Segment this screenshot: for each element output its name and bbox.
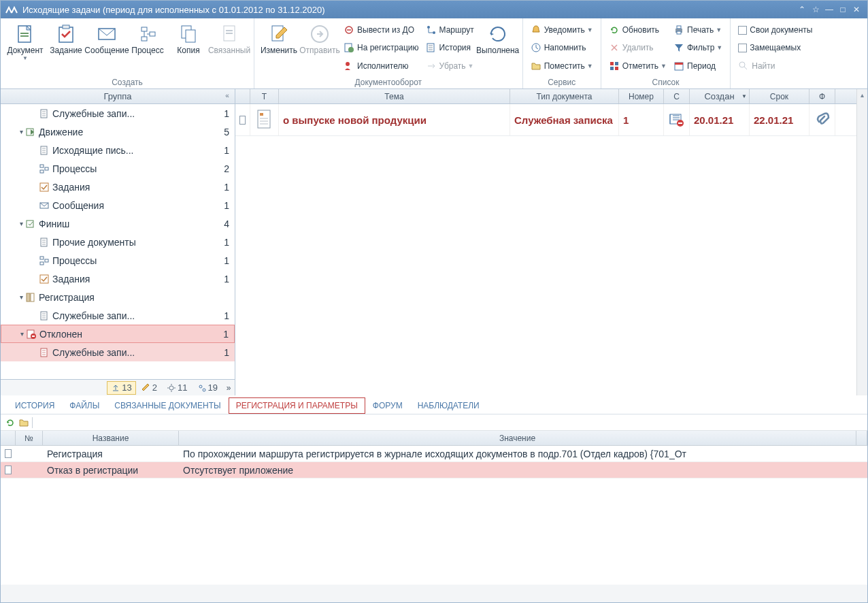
done-button[interactable]: Выполнена bbox=[478, 20, 518, 76]
expand-icon[interactable]: ▾ bbox=[17, 220, 25, 227]
footer-counter-4[interactable]: 19 bbox=[193, 381, 222, 395]
to-register-button[interactable]: На регистрацию bbox=[340, 40, 422, 55]
place-button[interactable]: Поместить▼ bbox=[527, 59, 597, 74]
tree-node[interactable]: Служебные запи...1 bbox=[1, 104, 235, 123]
period-button[interactable]: Период bbox=[670, 59, 726, 74]
document-button[interactable]: Документ▼ bbox=[5, 20, 46, 76]
route-button[interactable]: Маршрут bbox=[422, 22, 478, 37]
tab-2[interactable]: СВЯЗАННЫЕ ДОКУМЕНТЫ bbox=[107, 397, 228, 414]
dcol-check[interactable] bbox=[1, 431, 16, 445]
footer-expand[interactable]: » bbox=[223, 381, 234, 395]
tree-node[interactable]: Процессы1 bbox=[1, 251, 235, 270]
svg-point-55 bbox=[169, 386, 173, 390]
footer-counter-1[interactable]: 13 bbox=[107, 381, 135, 395]
row-checkbox[interactable] bbox=[239, 116, 246, 125]
ribbon-group-service: Уведомить▼ Напомнить Поместить▼ Сервис bbox=[523, 18, 601, 88]
svg-point-20 bbox=[427, 26, 430, 29]
col-theme[interactable]: Тема bbox=[279, 89, 510, 103]
dcol-name[interactable]: Название bbox=[43, 431, 179, 445]
tab-1[interactable]: ФАЙЛЫ bbox=[62, 397, 107, 414]
grid-scrollbar[interactable]: ▴ bbox=[856, 89, 867, 395]
to-executor-button[interactable]: Исполнителю bbox=[340, 59, 422, 74]
col-check[interactable] bbox=[235, 89, 250, 103]
tab-3[interactable]: РЕГИСТРАЦИЯ И ПАРАМЕТРЫ bbox=[229, 397, 365, 414]
star-icon[interactable]: ☆ bbox=[809, 3, 822, 16]
row-checkbox[interactable] bbox=[5, 466, 12, 474]
pin-icon[interactable]: ⌃ bbox=[795, 3, 809, 16]
row-type-icon bbox=[250, 104, 279, 135]
row-attach-icon[interactable] bbox=[809, 104, 835, 135]
refresh-button[interactable]: Обновить bbox=[605, 22, 670, 37]
detail-header: № Название Значение bbox=[1, 431, 867, 446]
tree-node[interactable]: Задания1 bbox=[1, 178, 235, 196]
tree-count: 1 bbox=[213, 182, 229, 193]
filter-button[interactable]: Фильтр▼ bbox=[670, 40, 726, 55]
tree-node[interactable]: Процессы2 bbox=[1, 159, 235, 178]
expand-icon[interactable]: ▾ bbox=[17, 293, 25, 301]
row-checkbox[interactable] bbox=[5, 449, 12, 458]
tree-count: 1 bbox=[213, 310, 229, 321]
process-button[interactable]: Процесс bbox=[127, 20, 168, 76]
tree-label: Задания bbox=[52, 182, 213, 193]
tree-node[interactable]: Служебные запи...1 bbox=[1, 306, 235, 325]
tree-node[interactable]: Исходящие пись...1 bbox=[1, 141, 235, 159]
tab-0[interactable]: ИСТОРИЯ bbox=[7, 397, 62, 414]
substituted-checkbox[interactable]: Замещаемых bbox=[735, 40, 816, 55]
tree-node[interactable]: Задания1 bbox=[1, 270, 235, 288]
col-due[interactable]: Срок bbox=[750, 89, 809, 103]
col-number[interactable]: Номер bbox=[619, 89, 664, 103]
expand-icon[interactable]: ▾ bbox=[18, 330, 26, 338]
doc-icon bbox=[39, 145, 50, 156]
detail-row[interactable]: Отказ в регистрацииОтсутствует приложени… bbox=[1, 462, 867, 478]
mark-button[interactable]: Отметить▼ bbox=[605, 59, 670, 74]
minimize-button[interactable]: — bbox=[822, 3, 836, 16]
footer-counter-3[interactable]: 11 bbox=[163, 381, 191, 395]
maximize-button[interactable]: □ bbox=[836, 3, 850, 16]
footer-counter-2[interactable]: 2 bbox=[137, 381, 161, 395]
tree-node[interactable]: Сообщения1 bbox=[1, 196, 235, 214]
grid-row[interactable]: о выпуске новой продукции Служебная запи… bbox=[235, 104, 867, 136]
svg-point-19 bbox=[346, 62, 350, 66]
detail-value: Отсутствует приложение bbox=[179, 462, 867, 478]
col-f[interactable]: Ф bbox=[809, 89, 835, 103]
tree-node[interactable]: ▾Регистрация bbox=[1, 288, 235, 306]
remind-button[interactable]: Напомнить bbox=[527, 40, 597, 55]
task-icon bbox=[39, 274, 50, 284]
close-button[interactable]: ✕ bbox=[850, 3, 863, 16]
svg-point-56 bbox=[199, 385, 202, 388]
detail-row[interactable]: РегистрацияПо прохождении маршрута регис… bbox=[1, 446, 867, 462]
my-docs-checkbox[interactable]: Свои документы bbox=[735, 22, 816, 37]
tab-4[interactable]: ФОРУМ bbox=[365, 397, 410, 414]
doc-icon bbox=[39, 108, 50, 119]
folder-icon[interactable] bbox=[18, 417, 29, 428]
edit-button[interactable]: Изменить bbox=[258, 20, 299, 76]
notify-button[interactable]: Уведомить▼ bbox=[527, 22, 597, 37]
collapse-icon[interactable]: « bbox=[222, 91, 232, 100]
col-t[interactable]: Т bbox=[250, 89, 279, 103]
task-button[interactable]: Задание bbox=[46, 20, 86, 76]
expand-icon[interactable]: ▾ bbox=[17, 128, 25, 135]
refresh-icon[interactable] bbox=[5, 417, 16, 428]
tree-node[interactable]: ▾Движение5 bbox=[1, 123, 235, 141]
svg-rect-7 bbox=[141, 37, 147, 41]
tree-node[interactable]: Служебные запи...1 bbox=[1, 343, 235, 361]
message-button[interactable]: Сообщение bbox=[86, 20, 127, 76]
mark-icon bbox=[609, 61, 620, 71]
col-s[interactable]: С bbox=[664, 89, 690, 103]
grid-header: Т Тема Тип документа Номер С Создан▼ Сро… bbox=[235, 89, 867, 104]
copy-button[interactable]: Копия bbox=[168, 20, 209, 76]
tree-node[interactable]: ▾Отклонен1 bbox=[1, 325, 235, 343]
col-created[interactable]: Создан▼ bbox=[690, 89, 750, 103]
dcol-value[interactable]: Значение bbox=[179, 431, 856, 445]
tab-5[interactable]: НАБЛЮДАТЕЛИ bbox=[410, 397, 487, 414]
dcol-num[interactable]: № bbox=[16, 431, 43, 445]
tree-label: Финиш bbox=[39, 218, 213, 229]
sidebar-header[interactable]: Группа « bbox=[1, 89, 235, 104]
print-button[interactable]: Печать▼ bbox=[670, 22, 726, 37]
history-button[interactable]: История bbox=[422, 40, 478, 55]
tree-node[interactable]: ▾Финиш4 bbox=[1, 214, 235, 233]
out-of-do-button[interactable]: Вывести из ДО bbox=[340, 22, 422, 37]
tree-node[interactable]: Прочие документы1 bbox=[1, 233, 235, 251]
svg-rect-29 bbox=[677, 26, 681, 29]
col-doctype[interactable]: Тип документа bbox=[510, 89, 619, 103]
